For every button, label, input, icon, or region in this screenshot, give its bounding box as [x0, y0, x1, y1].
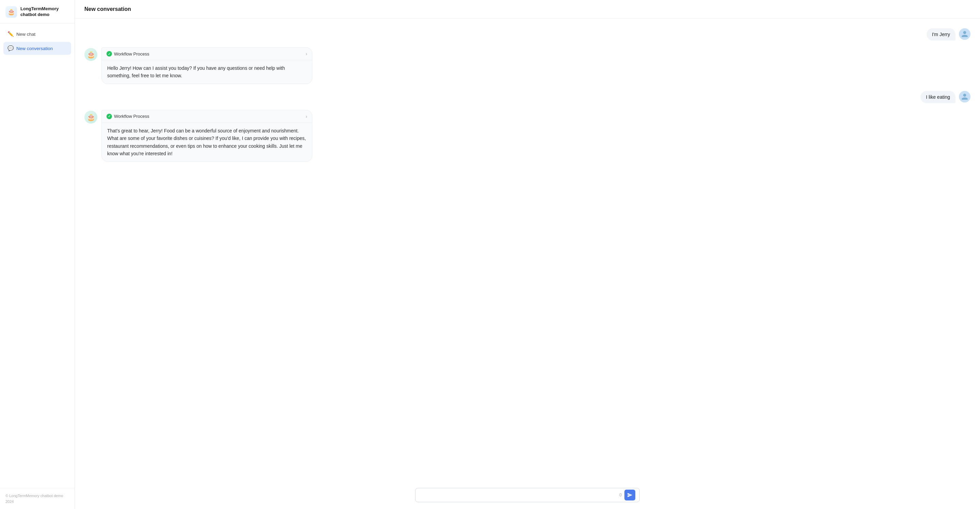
chevron-right-icon: › [305, 114, 307, 119]
char-count: 0 [619, 493, 622, 498]
send-button[interactable] [624, 490, 635, 501]
user-avatar [959, 28, 970, 40]
workflow-header[interactable]: Workflow Process › [102, 48, 312, 60]
bot-text: That's great to hear, Jerry! Food can be… [102, 123, 312, 162]
user-icon [961, 93, 969, 101]
bot-avatar: 🎂 [84, 111, 97, 124]
bot-bubble: Workflow Process › That's great to hear,… [102, 110, 312, 162]
sidebar-footer: © LongTermMemory chatbot demo2024 [0, 488, 75, 509]
user-bubble: I like eating [920, 91, 956, 103]
user-bubble: I'm Jerry [927, 28, 956, 40]
workflow-header-left: Workflow Process [107, 114, 150, 119]
main-panel: New conversation I'm Jerry 🎂 Workflow Pr… [75, 0, 980, 509]
sidebar-item-label-new-chat: New chat [16, 32, 35, 37]
bot-avatar: 🎂 [84, 48, 97, 61]
sidebar: 🎂 LongTermMemory chatbot demo ✏️ New cha… [0, 0, 75, 509]
new-chat-icon: ✏️ [8, 31, 14, 37]
bot-text: Hello Jerry! How can I assist you today?… [102, 60, 312, 84]
input-area: 0 [75, 483, 980, 509]
sidebar-item-label-new-conversation: New conversation [16, 46, 53, 51]
input-wrapper: 0 [415, 488, 640, 502]
chat-area: I'm Jerry 🎂 Workflow Process › [75, 19, 980, 483]
user-message-row: I'm Jerry [84, 28, 970, 40]
sidebar-item-new-conversation[interactable]: 💬 New conversation [3, 42, 71, 55]
app-logo: 🎂 [5, 6, 17, 18]
new-conversation-icon: 💬 [8, 45, 14, 51]
user-avatar [959, 91, 970, 102]
workflow-label: Workflow Process [114, 51, 150, 56]
sidebar-nav: ✏️ New chat 💬 New conversation [0, 24, 75, 488]
sidebar-header: 🎂 LongTermMemory chatbot demo [0, 0, 75, 24]
check-circle-icon [107, 51, 112, 56]
app-title: LongTermMemory chatbot demo [21, 6, 59, 18]
bot-bubble: Workflow Process › Hello Jerry! How can … [102, 47, 312, 84]
bot-message-row: 🎂 Workflow Process › That's great to hea… [84, 110, 970, 162]
sidebar-item-new-chat[interactable]: ✏️ New chat [3, 27, 71, 40]
page-title: New conversation [75, 0, 980, 19]
bot-message-row: 🎂 Workflow Process › Hello Jerry! How ca… [84, 47, 970, 84]
workflow-header-left: Workflow Process [107, 51, 150, 56]
workflow-header[interactable]: Workflow Process › [102, 110, 312, 123]
user-icon [961, 30, 969, 38]
check-circle-icon [107, 114, 112, 119]
chat-input[interactable] [420, 488, 619, 502]
workflow-label: Workflow Process [114, 114, 150, 119]
chevron-right-icon: › [305, 51, 307, 56]
send-icon [627, 492, 633, 498]
user-message-row: I like eating [84, 91, 970, 103]
